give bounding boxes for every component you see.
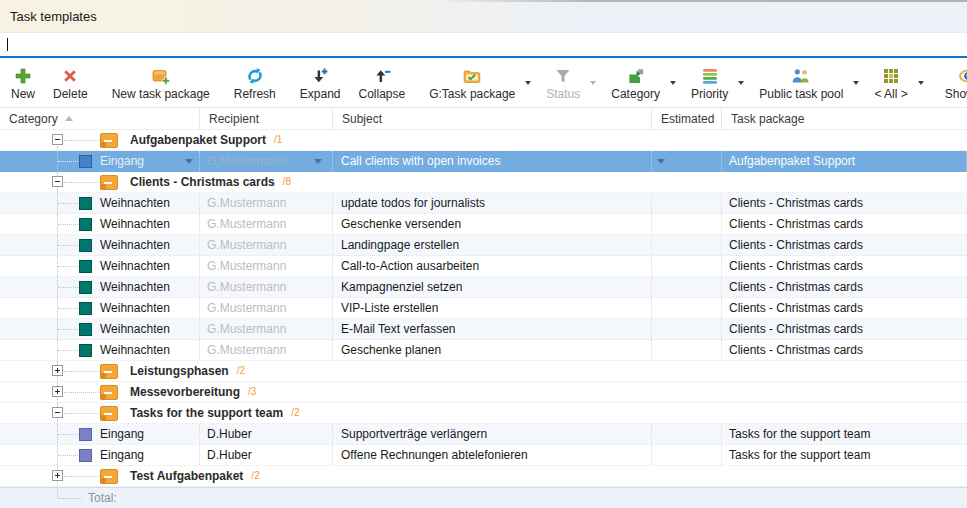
- estimated-cell[interactable]: [652, 340, 722, 360]
- task-row[interactable]: EingangG.MustermannCall clients with ope…: [0, 151, 967, 172]
- priority-button[interactable]: Priority: [682, 58, 750, 107]
- column-header-recipient[interactable]: Recipient: [200, 108, 333, 129]
- task-package-cell[interactable]: Clients - Christmas cards: [722, 340, 967, 360]
- task-package-cell[interactable]: Aufgabenpaket Support: [722, 151, 967, 171]
- category-cell[interactable]: Eingang: [0, 424, 200, 444]
- refresh-button[interactable]: Refresh: [225, 58, 285, 107]
- task-package-cell[interactable]: Clients - Christmas cards: [722, 256, 967, 276]
- subject-cell[interactable]: Geschenke planen: [333, 340, 652, 360]
- collapse-button[interactable]: Collapse: [350, 58, 415, 107]
- task-package-cell[interactable]: Tasks for the support team: [722, 424, 967, 444]
- collapse-group-toggle[interactable]: [52, 134, 63, 145]
- category-cell[interactable]: Eingang: [0, 151, 200, 171]
- group-row[interactable]: Tasks for the support team/2: [0, 403, 967, 424]
- task-row[interactable]: WeihnachtenG.MustermannGeschenke planenC…: [0, 340, 967, 361]
- subject-cell[interactable]: update todos for journalists: [333, 193, 652, 213]
- subject-cell[interactable]: Supportverträge verlängern: [333, 424, 652, 444]
- column-header-category[interactable]: Category: [0, 108, 200, 129]
- expand-group-toggle[interactable]: [52, 470, 63, 481]
- subject-cell[interactable]: Kampagnenziel setzen: [333, 277, 652, 297]
- estimated-cell[interactable]: [652, 424, 722, 444]
- column-header-subject[interactable]: Subject: [333, 108, 652, 129]
- group-row[interactable]: Leistungsphasen/2: [0, 361, 967, 382]
- task-package-cell[interactable]: Tasks for the support team: [722, 445, 967, 465]
- public-task-pool-button[interactable]: Public task pool: [750, 58, 865, 107]
- recipient-cell[interactable]: D.Huber: [200, 424, 333, 444]
- subject-cell[interactable]: VIP-Liste erstellen: [333, 298, 652, 318]
- recipient-cell[interactable]: G.Mustermann: [200, 256, 333, 276]
- task-row[interactable]: WeihnachtenG.Mustermannupdate todos for …: [0, 193, 967, 214]
- estimated-cell[interactable]: [652, 235, 722, 255]
- new-button[interactable]: New: [2, 58, 44, 107]
- group-row[interactable]: Test Aufgabenpaket/2: [0, 466, 967, 487]
- estimated-cell[interactable]: [652, 277, 722, 297]
- estimated-cell[interactable]: [652, 214, 722, 234]
- estimated-cell[interactable]: [652, 193, 722, 213]
- dropdown-caret-icon[interactable]: [738, 81, 744, 85]
- group-row[interactable]: Clients - Christmas cards/8: [0, 172, 967, 193]
- task-row[interactable]: WeihnachtenG.MustermannVIP-Liste erstell…: [0, 298, 967, 319]
- category-button[interactable]: Category: [602, 58, 682, 107]
- estimated-cell[interactable]: [652, 298, 722, 318]
- group-row[interactable]: Messevorbereitung/3: [0, 382, 967, 403]
- dropdown-caret-icon[interactable]: [314, 159, 322, 164]
- expand-group-toggle[interactable]: [52, 365, 63, 376]
- recipient-cell[interactable]: G.Mustermann: [200, 193, 333, 213]
- dropdown-caret-icon[interactable]: [670, 81, 676, 85]
- recipient-cell[interactable]: G.Mustermann: [200, 298, 333, 318]
- dropdown-caret-icon[interactable]: [525, 81, 531, 85]
- task-row[interactable]: EingangD.HuberOffene Rechnungen abtelefo…: [0, 445, 967, 466]
- dropdown-caret-icon[interactable]: [185, 159, 193, 164]
- all-button[interactable]: < All >: [865, 58, 929, 107]
- task-row[interactable]: WeihnachtenG.MustermannGeschenke versend…: [0, 214, 967, 235]
- dropdown-caret-icon[interactable]: [853, 81, 859, 85]
- recipient-cell[interactable]: D.Huber: [200, 445, 333, 465]
- task-package-cell[interactable]: Clients - Christmas cards: [722, 277, 967, 297]
- recipient-cell[interactable]: G.Mustermann: [200, 214, 333, 234]
- category-cell[interactable]: Eingang: [0, 445, 200, 465]
- recipient-cell[interactable]: G.Mustermann: [200, 277, 333, 297]
- expand-button[interactable]: Expand: [291, 58, 350, 107]
- category-cell[interactable]: Weihnachten: [0, 214, 200, 234]
- category-cell[interactable]: Weihnachten: [0, 298, 200, 318]
- new-task-package-button[interactable]: New task package: [103, 58, 219, 107]
- task-package-cell[interactable]: Clients - Christmas cards: [722, 193, 967, 213]
- recipient-cell[interactable]: G.Mustermann: [200, 340, 333, 360]
- group-row[interactable]: Aufgabenpaket Support/1: [0, 130, 967, 151]
- category-cell[interactable]: Weihnachten: [0, 277, 200, 297]
- dropdown-caret-icon[interactable]: [918, 81, 924, 85]
- show-all-button[interactable]: Show All: [936, 58, 967, 107]
- task-package-cell[interactable]: Clients - Christmas cards: [722, 298, 967, 318]
- estimated-cell[interactable]: [652, 319, 722, 339]
- subject-cell[interactable]: E-Mail Text verfassen: [333, 319, 652, 339]
- task-package-cell[interactable]: Clients - Christmas cards: [722, 319, 967, 339]
- dropdown-caret-icon[interactable]: [657, 159, 665, 164]
- task-package-cell[interactable]: Clients - Christmas cards: [722, 235, 967, 255]
- subject-cell[interactable]: Geschenke versenden: [333, 214, 652, 234]
- category-cell[interactable]: Weihnachten: [0, 235, 200, 255]
- subject-cell[interactable]: Call clients with open invoices: [333, 151, 652, 171]
- task-row[interactable]: WeihnachtenG.MustermannE-Mail Text verfa…: [0, 319, 967, 340]
- estimated-cell[interactable]: [652, 256, 722, 276]
- collapse-group-toggle[interactable]: [52, 407, 63, 418]
- delete-button[interactable]: Delete: [44, 58, 97, 107]
- filter-input[interactable]: [0, 33, 967, 58]
- category-cell[interactable]: Weihnachten: [0, 193, 200, 213]
- task-row[interactable]: WeihnachtenG.MustermannLandingpage erste…: [0, 235, 967, 256]
- collapse-group-toggle[interactable]: [52, 176, 63, 187]
- category-cell[interactable]: Weihnachten: [0, 340, 200, 360]
- subject-cell[interactable]: Landingpage erstellen: [333, 235, 652, 255]
- task-row[interactable]: WeihnachtenG.MustermannCall-to-Action au…: [0, 256, 967, 277]
- task-row[interactable]: WeihnachtenG.MustermannKampagnenziel set…: [0, 277, 967, 298]
- g-task-package-button[interactable]: G:Task package: [420, 58, 537, 107]
- task-package-cell[interactable]: Clients - Christmas cards: [722, 214, 967, 234]
- column-header-task-package[interactable]: Task package: [722, 108, 967, 129]
- task-row[interactable]: EingangD.HuberSupportverträge verlängern…: [0, 424, 967, 445]
- recipient-cell[interactable]: G.Mustermann: [200, 319, 333, 339]
- subject-cell[interactable]: Offene Rechnungen abtelefonieren: [333, 445, 652, 465]
- category-cell[interactable]: Weihnachten: [0, 319, 200, 339]
- column-header-estimated[interactable]: Estimated: [652, 108, 722, 129]
- category-cell[interactable]: Weihnachten: [0, 256, 200, 276]
- subject-cell[interactable]: Call-to-Action ausarbeiten: [333, 256, 652, 276]
- expand-group-toggle[interactable]: [52, 386, 63, 397]
